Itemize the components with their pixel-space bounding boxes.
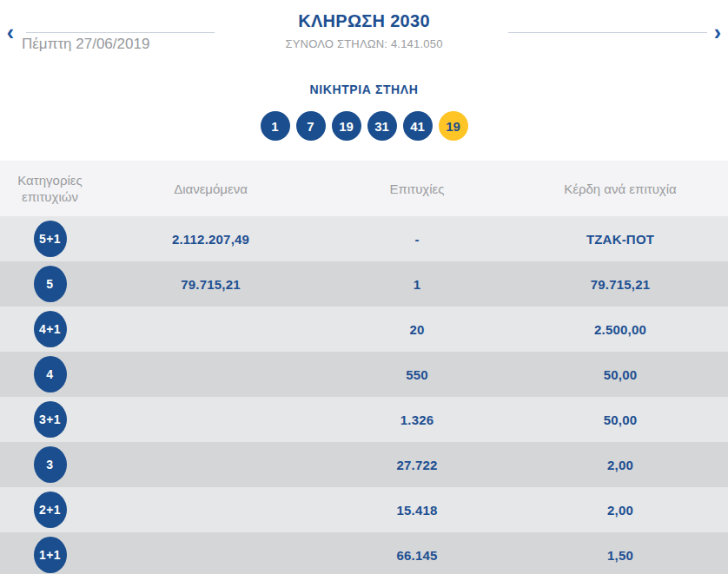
prize-value: 79.715,21 <box>513 277 728 292</box>
column-header-wins: Επιτυχίες <box>321 181 513 196</box>
category-badge: 5 <box>34 266 67 302</box>
distributed-value: 2.112.207,49 <box>100 232 321 247</box>
column-header-categories: Κατηγορίες επιτυχιών <box>0 172 100 205</box>
category-badge: 5+1 <box>34 221 67 257</box>
winning-numbers: 1 7 19 31 41 19 <box>0 111 728 141</box>
distributed-value: 79.715,21 <box>100 277 321 292</box>
wins-value: 27.722 <box>321 458 513 472</box>
category-badge: 4+1 <box>34 311 67 347</box>
category-badge: 3 <box>34 446 67 483</box>
column-header-distributed: Διανεμόμενα <box>100 181 321 196</box>
winning-number-ball: 41 <box>403 111 433 141</box>
table-row: 4 550 50,00 <box>0 352 728 397</box>
prize-value: 50,00 <box>513 412 728 427</box>
chevron-left-icon: ‹ <box>7 20 14 44</box>
prize-value: 2,00 <box>513 503 728 518</box>
wins-value: 15.418 <box>321 503 513 518</box>
table-row: 5+1 2.112.207,49 - ΤΖΑΚ-ΠΟΤ <box>0 216 728 261</box>
draw-header: ‹ ΚΛΗΡΩΣΗ 2030 ΣΥΝΟΛΟ ΣΤΗΛΩΝ: 4.141.050 … <box>0 0 728 61</box>
category-badge: 1+1 <box>34 537 67 573</box>
draw-results-page: ‹ ΚΛΗΡΩΣΗ 2030 ΣΥΝΟΛΟ ΣΤΗΛΩΝ: 4.141.050 … <box>0 0 728 574</box>
prize-value: 2,00 <box>513 458 728 472</box>
wins-value: 1.326 <box>321 412 513 427</box>
wins-value: 550 <box>321 367 513 382</box>
wins-value: 20 <box>321 322 513 337</box>
table-row: 4+1 20 2.500,00 <box>0 307 728 352</box>
prize-tiers-table: Κατηγορίες επιτυχιών Διανεμόμενα Επιτυχί… <box>0 161 728 574</box>
table-header-row: Κατηγορίες επιτυχιών Διανεμόμενα Επιτυχί… <box>0 161 728 216</box>
table-row: 2+1 15.418 2,00 <box>0 487 728 532</box>
winning-column-label: ΝΙΚΗΤΡΙΑ ΣΤΗΛΗ <box>0 82 728 96</box>
prize-value: 1,50 <box>513 548 728 563</box>
draw-title: ΚΛΗΡΩΣΗ 2030 <box>0 0 728 31</box>
chevron-right-icon: › <box>714 20 721 44</box>
draw-date: Πέμπτη 27/06/2019 <box>22 36 149 53</box>
previous-draw-button[interactable]: ‹ <box>0 19 21 45</box>
category-badge: 2+1 <box>34 492 67 528</box>
next-draw-button[interactable]: › <box>707 19 728 45</box>
winning-number-ball: 19 <box>332 111 361 141</box>
table-row: 3 27.722 2,00 <box>0 442 728 487</box>
table-row: 3+1 1.326 50,00 <box>0 397 728 442</box>
wins-value: 66.145 <box>321 548 513 563</box>
winning-number-ball: 31 <box>367 111 397 141</box>
prize-value: ΤΖΑΚ-ΠΟΤ <box>513 232 728 247</box>
header-divider-left <box>26 32 215 33</box>
table-row: 1+1 66.145 1,50 <box>0 532 728 574</box>
winning-number-ball: 1 <box>261 111 290 141</box>
column-header-prize: Κέρδη ανά επιτυχία <box>513 181 728 196</box>
column-header-categories-line1: Κατηγορίες <box>17 172 82 188</box>
joker-number-ball: 19 <box>439 111 468 141</box>
table-row: 5 79.715,21 1 79.715,21 <box>0 261 728 307</box>
header-divider-right <box>508 32 707 33</box>
category-badge: 3+1 <box>34 401 67 438</box>
prize-value: 2.500,00 <box>513 322 728 337</box>
prize-value: 50,00 <box>513 367 728 382</box>
wins-value: 1 <box>321 277 513 292</box>
wins-value: - <box>321 232 513 247</box>
winning-number-ball: 7 <box>296 111 326 141</box>
category-badge: 4 <box>34 356 67 393</box>
column-header-categories-line2: επιτυχιών <box>22 188 78 205</box>
